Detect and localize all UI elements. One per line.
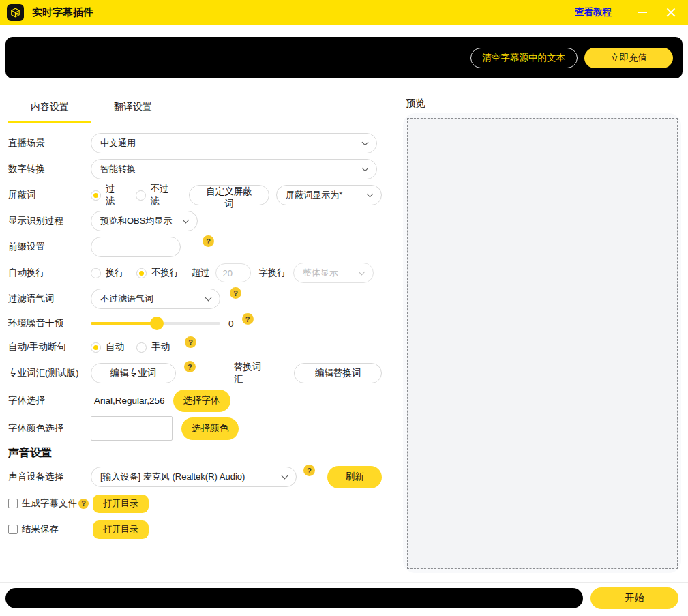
subtitle-file-help-icon[interactable]: ? <box>78 499 89 509</box>
subtitle-file-checkbox-group: 生成字幕文件 ? <box>8 497 93 510</box>
filler-filter-label: 过滤语气词 <box>8 293 91 305</box>
noise-value: 0 <box>228 319 234 329</box>
sound-device-row: 声音设备选择 [输入设备] 麦克风 (Realtek(R) Audio) ? 刷… <box>8 463 382 490</box>
prefix-input[interactable] <box>91 237 181 257</box>
noise-help-icon[interactable]: ? <box>242 313 254 325</box>
font-color-label: 字体颜色选择 <box>8 422 91 435</box>
result-save-checkbox[interactable] <box>8 525 18 534</box>
block-nofilter-radio[interactable] <box>136 190 146 201</box>
no-wrap-radio[interactable] <box>136 268 147 278</box>
chevron-down-icon <box>282 472 288 479</box>
filler-filter-value: 不过滤语气词 <box>100 293 153 305</box>
noise-row: 环境噪音干预 0 ? <box>8 312 382 335</box>
preview-area <box>407 118 678 569</box>
open-result-dir-button[interactable]: 打开目录 <box>93 520 149 539</box>
result-save-label[interactable]: 结果保存 <box>22 523 59 536</box>
sound-device-value: [输入设备] 麦克风 (Realtek(R) Audio) <box>100 471 245 483</box>
chevron-down-icon <box>183 216 190 223</box>
segment-auto-radio[interactable] <box>91 342 101 353</box>
blocked-words-row: 屏蔽词 过滤 不过滤 自定义屏蔽词 屏蔽词显示为* <box>8 182 382 208</box>
custom-blocked-words-button[interactable]: 自定义屏蔽词 <box>189 185 270 205</box>
recognition-display-value: 预览和OBS均显示 <box>100 215 172 227</box>
block-filter-radio-label[interactable]: 过滤 <box>106 183 123 207</box>
filler-filter-row: 过滤语气词 不过滤语气词 ? <box>8 286 382 312</box>
recognition-display-row: 显示识别过程 预览和OBS均显示 <box>8 208 382 234</box>
noise-slider-fill <box>91 322 157 325</box>
settings-tabs: 内容设置 翻译设置 <box>8 96 382 123</box>
segment-manual-radio[interactable] <box>136 342 147 353</box>
font-select-row: 字体选择 Arial,Regular,256 选择字体 <box>8 387 382 414</box>
segment-manual-radio-label[interactable]: 手动 <box>151 341 170 353</box>
tab-translate-settings[interactable]: 翻译设置 <box>91 96 175 123</box>
tutorial-link[interactable]: 查看教程 <box>575 6 612 18</box>
wrap-exceed-text: 超过 <box>192 267 210 279</box>
font-color-row: 字体颜色选择 选择颜色 <box>8 414 382 443</box>
segment-auto-radio-label[interactable]: 自动 <box>106 341 124 353</box>
wrap-radio-label[interactable]: 换行 <box>106 267 124 279</box>
number-convert-value: 智能转换 <box>100 163 136 175</box>
sound-device-select[interactable]: [输入设备] 麦克风 (Realtek(R) Audio) <box>91 467 297 487</box>
current-font-link[interactable]: Arial,Regular,256 <box>94 396 165 406</box>
vocab-row: 专业词汇(测试版) 编辑专业词 ? 替换词汇 编辑替换词 <box>8 360 382 387</box>
blocked-words-display-value: 屏蔽词显示为* <box>286 189 342 201</box>
titlebar: 实时字幕插件 查看教程 <box>0 0 688 25</box>
edit-vocab-button[interactable]: 编辑专业词 <box>91 363 176 383</box>
sound-device-help-icon[interactable]: ? <box>303 465 315 476</box>
recognition-display-select[interactable]: 预览和OBS均显示 <box>91 211 198 231</box>
vocab-label: 专业词汇(测试版) <box>8 367 91 379</box>
blocked-words-label: 屏蔽词 <box>8 189 91 201</box>
choose-font-button[interactable]: 选择字体 <box>173 390 230 412</box>
refresh-device-button[interactable]: 刷新 <box>327 466 382 488</box>
blocked-words-display-select[interactable]: 屏蔽词显示为* <box>276 185 382 205</box>
font-select-label: 字体选择 <box>8 394 91 407</box>
noise-slider[interactable] <box>91 322 220 325</box>
segmentation-help-icon[interactable]: ? <box>185 336 196 348</box>
live-scene-label: 直播场景 <box>8 137 91 149</box>
close-button[interactable] <box>661 2 681 23</box>
status-bar <box>5 588 583 608</box>
block-nofilter-radio-label[interactable]: 不过滤 <box>151 183 177 207</box>
segmentation-label: 自动/手动断句 <box>8 341 91 353</box>
tab-content-settings[interactable]: 内容设置 <box>8 96 91 123</box>
no-wrap-radio-label[interactable]: 不换行 <box>151 267 179 279</box>
chevron-down-icon <box>362 164 369 171</box>
noise-slider-thumb[interactable] <box>150 317 164 330</box>
app-logo-icon <box>7 4 24 21</box>
segmentation-row: 自动/手动断句 自动 手动 ? <box>8 335 382 360</box>
minimize-icon <box>638 12 647 13</box>
number-convert-row: 数字转换 智能转换 <box>8 156 382 182</box>
auto-wrap-row: 自动换行 换行 不换行 超过 字换行 整体显示 <box>8 260 382 286</box>
filler-filter-help-icon[interactable]: ? <box>230 287 241 299</box>
live-scene-row: 直播场景 中文通用 <box>8 130 382 156</box>
subtitle-file-label[interactable]: 生成字幕文件 <box>22 497 77 510</box>
open-subtitle-dir-button[interactable]: 打开目录 <box>93 495 149 513</box>
start-button[interactable]: 开始 <box>590 587 678 609</box>
wrap-radio[interactable] <box>91 268 101 278</box>
edit-replace-button[interactable]: 编辑替换词 <box>294 363 382 383</box>
chevron-down-icon <box>362 138 369 145</box>
clear-subtitle-source-button[interactable]: 清空字幕源中的文本 <box>470 48 578 68</box>
chevron-down-icon <box>359 268 365 275</box>
result-save-row: 结果保存 打开目录 <box>8 516 382 542</box>
recharge-button[interactable]: 立即充值 <box>584 48 673 68</box>
block-filter-radio[interactable] <box>91 190 101 201</box>
font-color-input[interactable] <box>91 416 173 441</box>
prefix-help-icon[interactable]: ? <box>203 235 214 247</box>
choose-color-button[interactable]: 选择颜色 <box>181 417 239 440</box>
minimize-button[interactable] <box>632 2 653 23</box>
live-scene-select[interactable]: 中文通用 <box>91 133 377 153</box>
live-scene-value: 中文通用 <box>100 137 136 149</box>
number-convert-select[interactable]: 智能转换 <box>91 159 377 179</box>
chevron-down-icon <box>367 190 374 197</box>
wrap-count-input[interactable] <box>215 263 251 282</box>
noise-label: 环境噪音干预 <box>8 317 91 329</box>
auto-wrap-label: 自动换行 <box>8 267 91 279</box>
subtitle-file-checkbox[interactable] <box>8 499 18 508</box>
wrap-suffix-text: 字换行 <box>259 267 287 279</box>
wrap-mode-select[interactable]: 整体显示 <box>293 263 374 283</box>
vocab-help-icon[interactable]: ? <box>184 361 196 372</box>
filler-filter-select[interactable]: 不过滤语气词 <box>91 289 220 309</box>
preview-title: 预览 <box>406 97 425 110</box>
sound-settings-heading: 声音设置 <box>8 443 382 463</box>
footer-divider <box>0 582 688 583</box>
